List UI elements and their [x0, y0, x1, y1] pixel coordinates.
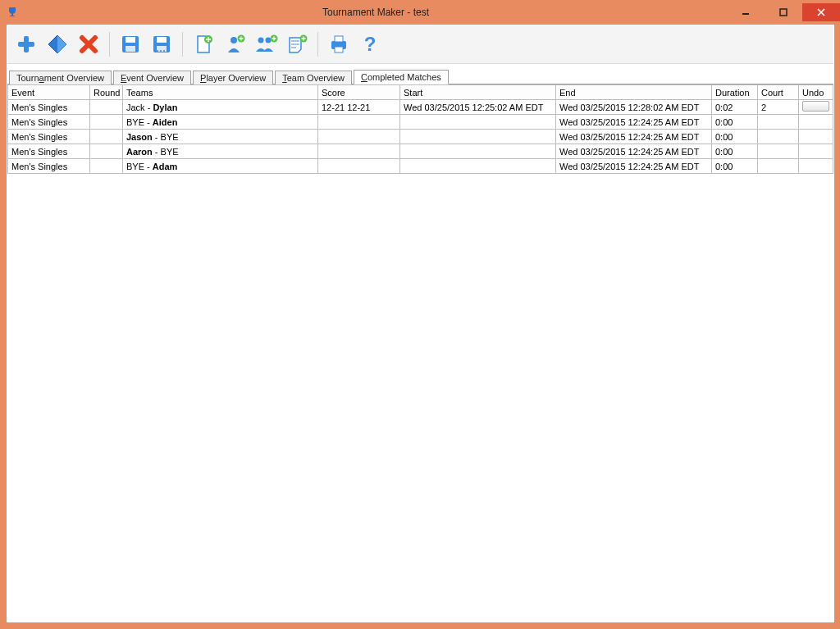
col-start[interactable]: Start	[400, 85, 556, 100]
svg-rect-10	[157, 37, 167, 43]
tab-player-overview[interactable]: Player Overview	[193, 71, 273, 84]
cell-end: Wed 03/25/2015 12:24:25 AM EDT	[556, 130, 712, 144]
cell-court	[758, 144, 799, 159]
cell-score	[318, 159, 400, 174]
col-end[interactable]: End	[556, 85, 712, 100]
cell-duration: 0:02	[712, 100, 758, 115]
cell-teams: BYE - Adam	[123, 159, 318, 174]
cell-duration: 0:00	[712, 130, 758, 144]
cell-court	[758, 115, 799, 130]
svg-rect-1	[780, 9, 787, 16]
separator	[317, 32, 318, 57]
cell-round	[90, 159, 123, 174]
add-note-button[interactable]	[283, 30, 311, 58]
add-player-icon	[223, 33, 246, 56]
svg-point-14	[163, 50, 165, 52]
cell-teams: Jason - BYE	[123, 130, 318, 144]
svg-point-12	[157, 50, 158, 52]
tab-tournament-overview[interactable]: Tournament Overview	[9, 71, 112, 84]
save-button[interactable]	[116, 30, 144, 58]
cell-event: Men's Singles	[8, 159, 90, 174]
svg-rect-23	[335, 36, 343, 42]
add-event-icon	[192, 33, 215, 56]
cell-undo	[799, 100, 833, 115]
completed-matches-panel: Event Round Teams Score Start End Durati…	[7, 84, 833, 622]
add-team-button[interactable]	[252, 30, 280, 58]
window-buttons	[727, 3, 840, 21]
col-event[interactable]: Event	[8, 85, 90, 100]
maximize-icon	[779, 8, 788, 16]
table-header: Event Round Teams Score Start End Durati…	[8, 85, 833, 100]
view-bracket-button[interactable]	[43, 30, 71, 58]
toolbar: ?	[7, 25, 833, 64]
svg-rect-8	[126, 46, 135, 52]
separator	[182, 32, 183, 57]
save-icon	[119, 33, 142, 56]
plus-icon	[14, 32, 39, 57]
table-row[interactable]: Men's SinglesBYE - AdamWed 03/25/2015 12…	[8, 159, 833, 174]
col-undo[interactable]: Undo	[799, 85, 833, 100]
cell-score	[318, 115, 400, 130]
add-note-icon	[285, 33, 308, 56]
cell-start	[400, 130, 556, 144]
cell-start: Wed 03/25/2015 12:25:02 AM EDT	[400, 100, 556, 115]
client-area: ? Tournament Overview Event Overview Pla…	[7, 25, 834, 622]
delete-button[interactable]	[75, 30, 103, 58]
cell-duration: 0:00	[712, 159, 758, 174]
svg-rect-7	[126, 37, 135, 43]
table-row[interactable]: Men's SinglesJack - Dylan12-21 12-21Wed …	[8, 100, 833, 115]
print-button[interactable]	[325, 30, 353, 58]
tab-team-overview[interactable]: Team Overview	[275, 71, 352, 84]
cell-event: Men's Singles	[8, 100, 90, 115]
svg-text:?: ?	[364, 33, 377, 55]
cell-undo	[799, 115, 833, 130]
col-teams[interactable]: Teams	[123, 85, 318, 100]
svg-point-18	[258, 38, 264, 43]
cell-event: Men's Singles	[8, 115, 90, 130]
cell-court: 2	[758, 100, 799, 115]
tab-completed-matches[interactable]: Completed Matches	[354, 70, 449, 84]
cell-event: Men's Singles	[8, 130, 90, 144]
cell-score	[318, 130, 400, 144]
cell-score	[318, 144, 400, 159]
undo-button[interactable]	[802, 101, 829, 112]
cell-event: Men's Singles	[8, 144, 90, 159]
client-frame: ? Tournament Overview Event Overview Pla…	[0, 25, 840, 629]
tab-event-overview[interactable]: Event Overview	[113, 71, 191, 84]
col-score[interactable]: Score	[318, 85, 400, 100]
cell-round	[90, 144, 123, 159]
new-button[interactable]	[12, 30, 40, 58]
close-button[interactable]	[802, 3, 840, 21]
cell-end: Wed 03/25/2015 12:24:25 AM EDT	[556, 159, 712, 174]
completed-matches-table: Event Round Teams Score Start End Durati…	[7, 84, 833, 174]
cell-start	[400, 159, 556, 174]
save-as-button[interactable]	[148, 30, 176, 58]
close-icon	[817, 8, 825, 16]
add-event-button[interactable]	[189, 30, 217, 58]
col-round[interactable]: Round	[90, 85, 123, 100]
svg-point-13	[160, 50, 162, 52]
svg-rect-0	[742, 13, 749, 15]
col-duration[interactable]: Duration	[712, 85, 758, 100]
cell-undo	[799, 159, 833, 174]
cell-end: Wed 03/25/2015 12:24:25 AM EDT	[556, 144, 712, 159]
cell-duration: 0:00	[712, 115, 758, 130]
help-button[interactable]: ?	[356, 30, 384, 58]
cell-round	[90, 100, 123, 115]
table-row[interactable]: Men's SinglesBYE - AidenWed 03/25/2015 1…	[8, 115, 833, 130]
separator	[109, 32, 110, 57]
cell-score: 12-21 12-21	[318, 100, 400, 115]
cell-round	[90, 130, 123, 144]
add-player-button[interactable]	[221, 30, 249, 58]
delete-icon	[76, 32, 101, 57]
col-court[interactable]: Court	[758, 85, 799, 100]
cell-undo	[799, 130, 833, 144]
minimize-button[interactable]	[727, 3, 765, 21]
cell-teams: Aaron - BYE	[123, 144, 318, 159]
cell-court	[758, 130, 799, 144]
maximize-button[interactable]	[765, 3, 802, 21]
table-row[interactable]: Men's SinglesJason - BYEWed 03/25/2015 1…	[8, 130, 833, 144]
cell-start	[400, 115, 556, 130]
print-icon	[327, 33, 350, 56]
table-row[interactable]: Men's SinglesAaron - BYEWed 03/25/2015 1…	[8, 144, 833, 159]
